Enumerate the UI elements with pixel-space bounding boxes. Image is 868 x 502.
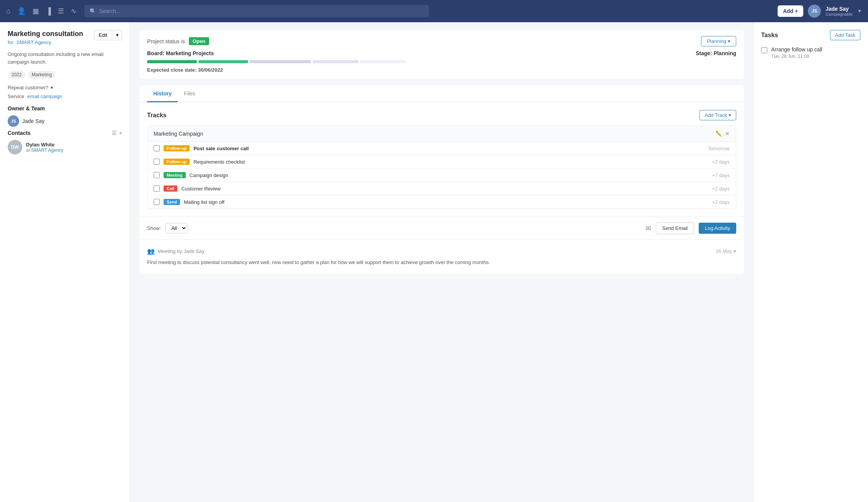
home-icon[interactable]: ⌂ [6,7,10,15]
track-item: Follow-up Requirements checklist +2 days [147,155,736,169]
service-value: email campaign [27,94,62,99]
left-sidebar: Marketing consultation for SMART Agency … [0,22,130,502]
search-input[interactable] [99,8,424,14]
track-card-header: Marketing Campaign ✏️ ✕ [147,126,736,142]
owner-name: Jade Say [22,118,44,124]
track-item-checkbox-3[interactable] [154,172,160,178]
close-date: Expected close date: 30/06/2022 [147,67,736,73]
history-people-icon: 👥 [147,248,155,255]
company-link[interactable]: for SMART Agency [8,39,83,45]
status-bar: Project status is Open Planning ▾ Board:… [139,30,744,79]
status-prefix: Project status is [147,38,185,44]
track-item-checkbox-2[interactable] [154,159,160,165]
task-checkbox-1[interactable] [761,47,767,53]
board-stage-row: Board: Marketing Projects Stage: Plannin… [147,50,736,56]
track-item-name-1: Post sale customer call [193,146,704,151]
track-name: Marketing Campaign [154,131,203,137]
contact-row: DW Dylan White at SMART Agency [8,140,122,154]
track-item-checkbox-5[interactable] [154,199,160,205]
track-item-due-5: +2 days [712,199,730,205]
email-compose-icon[interactable]: ✉ [645,224,651,233]
edit-btn-group: Edit ▾ [94,30,122,40]
progress-seg-2 [198,60,248,63]
add-track-caret: ▾ [729,112,731,118]
add-button[interactable]: Add + [778,5,803,17]
track-item-checkbox-1[interactable] [154,145,160,151]
planning-button[interactable]: Planning ▾ [701,36,736,46]
tracks-title: Tracks [147,112,167,119]
owner-avatar: JS [8,115,19,127]
track-item-due-2: +2 days [712,159,730,165]
tag-year[interactable]: 2022 [8,71,26,79]
tasks-header: Tasks Add Task [761,30,860,40]
show-select[interactable]: All [165,223,187,233]
track-badge-2: Follow-up [164,159,190,165]
user-info: Jade Say Campaignable [825,6,853,16]
repeat-customer-row: Repeat customer? ▾ [8,85,122,90]
tag-category[interactable]: Marketing [28,71,56,79]
right-sidebar: Tasks Add Task Arrange follow up call Tu… [753,22,868,502]
menu-icon[interactable]: ☰ [58,7,64,15]
tab-files[interactable]: Files [178,85,201,102]
history-body: First meeting to discuss potential consu… [147,259,736,267]
log-activity-button[interactable]: Log Activity [699,223,736,234]
service-label: Service [8,94,24,99]
progress-seg-4 [313,60,359,63]
user-dropdown-icon[interactable]: ▼ [857,8,862,14]
track-item-due-4: +2 days [712,186,730,192]
progress-seg-5 [360,60,406,63]
contacts-add-icon[interactable]: + [119,130,122,136]
analytics-icon[interactable]: ▐ [46,7,51,15]
planning-label: Planning [707,38,726,44]
add-track-button[interactable]: Add Track ▾ [699,110,736,120]
task-item: Arrange follow up call Tue, 28 Jun, 11:0… [761,46,860,59]
send-email-button[interactable]: Send Email [656,222,694,234]
nav-right: Add + JS Jade Say Campaignable ▼ [778,5,862,18]
main-layout: Marketing consultation for SMART Agency … [0,22,868,502]
board-label: Board: Marketing Projects [147,50,214,56]
chart-icon[interactable]: ∿ [71,7,77,15]
tab-history[interactable]: History [147,85,178,102]
track-item-due-3: +7 days [712,172,730,178]
track-badge-4: Call [164,185,177,192]
center-content: Project status is Open Planning ▾ Board:… [130,22,753,502]
search-icon: 🔍 [90,8,96,14]
tabs-header: History Files [139,85,744,102]
track-item: Call Customer Review +2 days [147,182,736,195]
owner-row: JS Jade Say [8,115,122,127]
track-item-due-1: Tomorrow [708,146,730,151]
track-badge-3: Meeting [164,172,186,178]
track-close-icon[interactable]: ✕ [725,131,730,137]
contact-info: Dylan White at SMART Agency [26,142,64,153]
edit-caret-button[interactable]: ▾ [113,30,122,40]
history-date: 26 May ▾ [716,248,736,254]
tasks-title: Tasks [761,32,778,39]
progress-seg-1 [147,60,197,63]
company-name[interactable]: SMART Agency [16,39,51,45]
track-item: Follow-up Post sale customer call Tomorr… [147,142,736,155]
contacts-header: Contacts ☰ + [8,130,122,136]
search-bar[interactable]: 🔍 [84,5,429,17]
stage-value: Planning [714,50,736,56]
add-task-button[interactable]: Add Task [830,30,860,40]
contacts-icons: ☰ + [112,130,122,136]
contact-company-link[interactable]: SMART Agency [31,148,63,153]
task-details: Arrange follow up call Tue, 28 Jun, 11:0… [771,46,822,59]
edit-button[interactable]: Edit [94,30,112,40]
calendar-icon[interactable]: ▦ [33,7,39,15]
repeat-customer-dropdown-icon[interactable]: ▾ [51,85,53,90]
contacts-list-icon[interactable]: ☰ [112,130,117,136]
status-row: Project status is Open Planning ▾ [147,36,736,46]
tracks-section: Tracks Add Track ▾ Marketing Campaign ✏️… [139,102,744,217]
history-expand-icon[interactable]: ▾ [734,248,736,254]
status-badge: Open [189,37,209,45]
progress-seg-3 [250,60,311,63]
track-card: Marketing Campaign ✏️ ✕ Follow-up Post s… [147,126,736,209]
track-item-checkbox-4[interactable] [154,185,160,192]
contacts-title: Contacts [8,130,31,136]
track-edit-icon[interactable]: ✏️ [716,131,722,137]
user-name: Jade Say [825,6,853,12]
user-avatar: JS [808,5,821,18]
contacts-icon[interactable]: 👤 [17,7,26,15]
sidebar-title-group: Marketing consultation for SMART Agency [8,30,83,45]
